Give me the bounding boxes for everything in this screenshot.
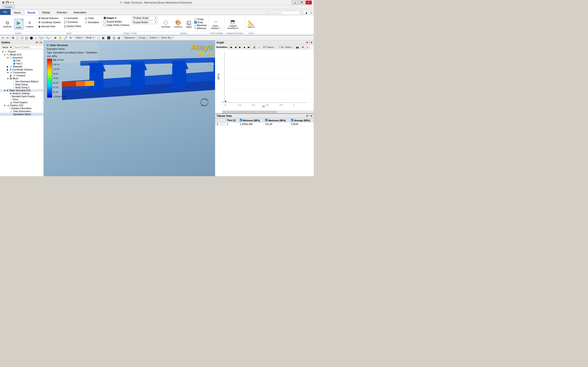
tab-display[interactable]: Display <box>39 10 53 15</box>
outline-close[interactable]: ✕ <box>40 41 42 44</box>
named-selection-button[interactable]: ⊞ Named Selection <box>38 16 61 20</box>
scoped-bodies-dropdown[interactable]: Scoped Bodies ▾ <box>132 21 157 24</box>
col-min-checkbox[interactable] <box>240 119 242 121</box>
quick-launch-input[interactable]: Quick Launch 🔍 <box>267 11 303 15</box>
tb-icon3[interactable]: ⬛ <box>106 36 111 40</box>
large-vertex-checkbox[interactable] <box>103 24 106 26</box>
restore-button[interactable]: 🗖 <box>299 0 305 5</box>
remote-point-button[interactable]: ◉ Remote Point <box>38 25 61 28</box>
snap-checkbox[interactable] <box>194 21 197 24</box>
tree-model[interactable]: ▼ 🔧 Model (C4) <box>0 53 43 56</box>
annotation-button[interactable]: 📝 Annotation <box>84 20 100 24</box>
anim-play[interactable]: ▶ <box>238 45 242 49</box>
tree-part2[interactable]: 🔷 Part 2 <box>0 62 43 65</box>
tab-selection[interactable]: Selection <box>53 10 70 15</box>
tree-project[interactable]: ▼ 📁 Project* <box>0 50 43 53</box>
section-plane-button[interactable]: ◫ Section Plane <box>63 24 82 28</box>
tb-icon1[interactable]: ⬚ <box>96 36 101 40</box>
col-avg-checkbox[interactable] <box>291 119 294 121</box>
tree-body-sizing1[interactable]: ✓ Body Sizing <box>0 83 43 86</box>
tb-forward[interactable]: ↪ <box>5 36 9 40</box>
tree-materials[interactable]: ▶ 🧪 Materials <box>0 65 43 68</box>
select-by-dropdown[interactable]: Select By ▾ <box>160 36 174 40</box>
geometry-button[interactable]: ⬡ Geometry <box>160 19 172 29</box>
anim-line-btn[interactable]: ≡ <box>257 45 260 49</box>
anim-frame-btn[interactable]: ▥ <box>252 45 256 49</box>
mode-dropdown[interactable]: Mode ▾ <box>85 36 95 40</box>
scoped-bodies-check[interactable]: Scoped Bodies <box>103 20 130 23</box>
tb-view2[interactable]: ⬡ <box>20 36 24 40</box>
large-vertex-check[interactable]: Large Vertex Contours <box>103 24 130 27</box>
outline-filter-select[interactable]: Name <box>1 45 13 49</box>
tabular-close[interactable]: ✕ <box>311 115 312 117</box>
tree-solution[interactable]: ▼ 📊 Solution (C6) <box>0 104 43 107</box>
tb-pan[interactable]: ✋ <box>58 36 63 40</box>
col-time[interactable]: Time [s] <box>225 118 238 123</box>
clipboard-dropdown[interactable]: Clipboard ▾ <box>123 36 137 40</box>
tb-icon2[interactable]: ◧ <box>101 36 106 40</box>
commands-button[interactable]: ≡ Commands <box>63 16 82 20</box>
auto-scale-dropdown[interactable]: 78 (Auto Scale) ▾ <box>132 16 157 20</box>
duration-dropdown[interactable]: 2 Sec (Auto) ▾ <box>277 45 294 49</box>
vector-display-button[interactable]: → VectorDisplay ▾ <box>210 18 221 30</box>
quick-access-dropdown[interactable]: ▾ <box>13 1 14 4</box>
table-row[interactable]: 1 1. 2.2028e-005 141.48 5.0539 <box>216 123 314 126</box>
context-tab[interactable]: Context <box>2 5 15 9</box>
tb-icon4[interactable]: ◫ <box>112 36 116 40</box>
tb-icon5[interactable]: ▥ <box>117 36 121 40</box>
tree-fixed-support[interactable]: 🔒 Fixed Support <box>0 101 43 104</box>
tb-zoomout[interactable]: 🔍− <box>45 36 52 40</box>
tree-force[interactable]: → Force <box>0 98 43 101</box>
anim-stop[interactable]: ■ <box>243 45 246 49</box>
ribbon-expand[interactable]: ▲ <box>304 11 309 15</box>
anim-beginning[interactable]: |◀ <box>228 45 233 49</box>
tb-zoomin[interactable]: 🔍+ <box>38 36 44 40</box>
scoped-bodies-checkbox[interactable] <box>103 20 106 23</box>
capped-isosurface-button[interactable]: ⬒ CappedIsosurface ▾ <box>226 18 240 30</box>
graph-scrollbar[interactable] <box>222 110 314 113</box>
anim-export[interactable]: 📷 <box>295 45 300 49</box>
select-dropdown[interactable]: Select ▾ <box>74 36 85 40</box>
tree-geometry[interactable]: ▼ ⬡ Geometry <box>0 56 43 59</box>
tree-static-struct[interactable]: ▼ ⚙ Static Structural (C5) <box>0 89 43 92</box>
graph-pin[interactable]: 📌 <box>305 41 308 44</box>
tree-contacts[interactable]: ▶ 🔗 Contacts <box>0 74 43 77</box>
tb-view4[interactable]: ⬤ <box>29 36 34 40</box>
expand-geometry[interactable]: ▼ <box>7 57 10 59</box>
tb-back[interactable]: ↩ <box>1 36 5 40</box>
frames-dropdown[interactable]: 20 Frames ▾ <box>262 45 277 49</box>
extend-dropdown[interactable]: Extend ▾ <box>148 36 160 40</box>
anim-prev[interactable]: ◀ <box>233 45 237 49</box>
anim-more[interactable]: ≡ <box>306 45 309 49</box>
graph-scroll-thumb[interactable] <box>222 111 277 113</box>
tabular-pin[interactable]: 📌 <box>305 115 308 117</box>
tree-part[interactable]: 🔷 Part <box>0 59 43 62</box>
maximum-button[interactable]: △ Maximum <box>194 24 207 27</box>
anim-next[interactable]: ▶| <box>247 45 251 49</box>
contours-button[interactable]: 🎨 Contours <box>173 19 183 29</box>
tree-solution-info[interactable]: ℹ Solution Information <box>0 107 43 110</box>
viewport[interactable]: C: Static Structural Equivalent Stress T… <box>44 40 215 176</box>
minimum-button[interactable]: ▽ Minimum <box>194 27 207 30</box>
graph-close[interactable]: ✕ <box>311 41 312 44</box>
close-button[interactable]: ✕ <box>305 0 312 5</box>
tb-home[interactable]: ⌂ <box>34 36 37 40</box>
comment-button[interactable]: 💬 Comment <box>63 20 82 24</box>
snap-check[interactable]: Snap <box>194 21 207 24</box>
tabular-minimize[interactable]: − <box>309 115 310 117</box>
analysis-button[interactable]: ≡ Analysis <box>25 19 35 28</box>
tab-automation[interactable]: Automation <box>70 10 90 15</box>
outline-minimize[interactable]: − <box>38 41 40 44</box>
outline-search-input[interactable] <box>13 46 43 49</box>
tb-view1[interactable]: ⬚ <box>15 36 20 40</box>
tab-result[interactable]: Result <box>24 10 39 15</box>
tb-select-mode[interactable]: ⊞ <box>11 36 15 40</box>
outline-pin[interactable]: 📌 <box>35 41 38 44</box>
views-button[interactable]: 📐 Views ▾ <box>246 19 256 29</box>
edges-button[interactable]: ◱ Edges <box>185 19 193 29</box>
col-min[interactable]: Minimum [MPa] <box>238 118 263 123</box>
tree-equiv-stress[interactable]: 📈 Equivalent Stress <box>0 113 43 116</box>
images-button[interactable]: 🖼 Images ▾ <box>103 16 130 20</box>
quick-access-save[interactable]: 💾 <box>6 1 9 4</box>
tb-rotate[interactable]: ↻ <box>69 36 73 40</box>
